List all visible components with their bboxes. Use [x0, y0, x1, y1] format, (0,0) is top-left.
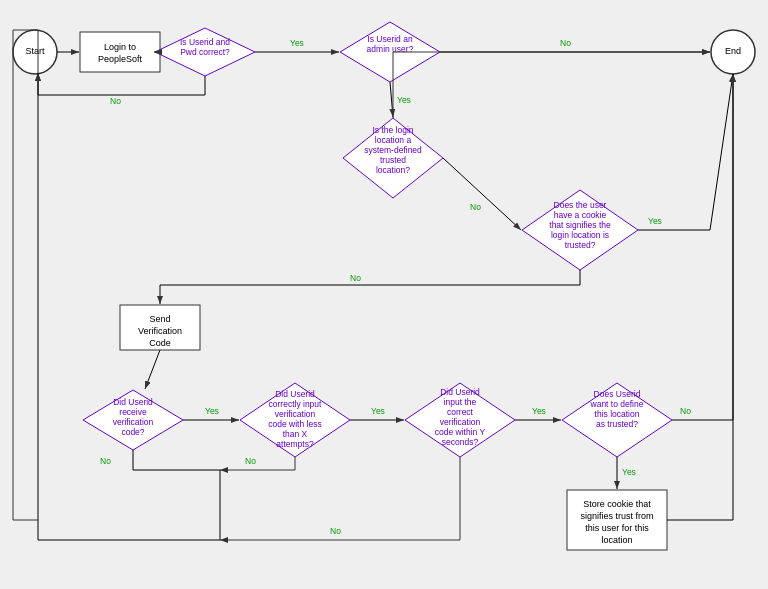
start-label: Start: [25, 46, 45, 56]
cookie-text2: have a cookie: [554, 210, 607, 220]
within-time-text5: code within Y: [435, 427, 486, 437]
end-label: End: [725, 46, 741, 56]
send-verify-text1: Send: [149, 314, 170, 324]
store-cookie-text3: this user for this: [585, 523, 649, 533]
trusted-loc-text1: Is the login: [372, 125, 413, 135]
within-time-text3: correct: [447, 407, 474, 417]
label-no-admin: No: [560, 38, 571, 48]
label-yes-1: Yes: [290, 38, 304, 48]
admin-text1: Is Userid an: [367, 34, 413, 44]
trusted-loc-text4: trusted: [380, 155, 406, 165]
flowchart: Start End Login to PeopleSoft Is Userid …: [0, 0, 768, 589]
within-time-text4: verification: [440, 417, 481, 427]
trusted-loc-text2: location a: [375, 135, 412, 145]
label-yes-admin: Yes: [397, 95, 411, 105]
label-no-trusted: No: [470, 202, 481, 212]
store-cookie-text1: Store cookie that: [583, 499, 651, 509]
define-trusted-text2: want to define: [590, 399, 644, 409]
label-no-time: No: [330, 526, 341, 536]
label-yes-time: Yes: [532, 406, 546, 416]
define-trusted-text3: this location: [595, 409, 640, 419]
userid-pwd-text2: Pwd correct?: [180, 47, 230, 57]
correct-input-text2: correctly input: [269, 399, 323, 409]
label-yes-define: Yes: [622, 467, 636, 477]
label-no-correct: No: [245, 456, 256, 466]
label-no-cookie: No: [350, 273, 361, 283]
cookie-text5: trusted?: [565, 240, 596, 250]
label-no-userpwd: No: [110, 96, 121, 106]
receive-code-text4: code?: [121, 427, 144, 437]
login-text2: PeopleSoft: [98, 54, 143, 64]
label-yes-cookie: Yes: [648, 216, 662, 226]
correct-input-text6: attempts?: [276, 439, 314, 449]
within-time-text6: seconds?: [442, 437, 479, 447]
label-no-define: No: [680, 406, 691, 416]
receive-code-text2: receive: [119, 407, 147, 417]
within-time-text2: input the: [444, 397, 477, 407]
correct-input-text1: Did Userid: [275, 389, 315, 399]
correct-input-text5: than X: [283, 429, 308, 439]
receive-code-text1: Did Userid: [113, 397, 153, 407]
correct-input-text3: verification: [275, 409, 316, 419]
cookie-text4: login location is: [551, 230, 609, 240]
send-verify-text2: Verification: [138, 326, 182, 336]
define-trusted-text4: as trusted?: [596, 419, 638, 429]
store-cookie-text2: signifies trust from: [580, 511, 653, 521]
label-yes-correct: Yes: [371, 406, 385, 416]
define-trusted-text1: Does Userid: [594, 389, 641, 399]
receive-code-text3: verification: [113, 417, 154, 427]
trusted-loc-text5: location?: [376, 165, 410, 175]
label-no-receive: No: [100, 456, 111, 466]
trusted-loc-text3: system-defined: [364, 145, 422, 155]
label-yes-receive: Yes: [205, 406, 219, 416]
correct-input-text4: code with less: [268, 419, 321, 429]
cookie-text3: that signifies the: [549, 220, 611, 230]
store-cookie-text4: location: [601, 535, 632, 545]
userid-pwd-text1: Is Userid and: [180, 37, 230, 47]
cookie-text1: Does the user: [554, 200, 607, 210]
within-time-text1: Did Userid: [440, 387, 480, 397]
login-text: Login to: [104, 42, 136, 52]
send-verify-text3: Code: [149, 338, 171, 348]
